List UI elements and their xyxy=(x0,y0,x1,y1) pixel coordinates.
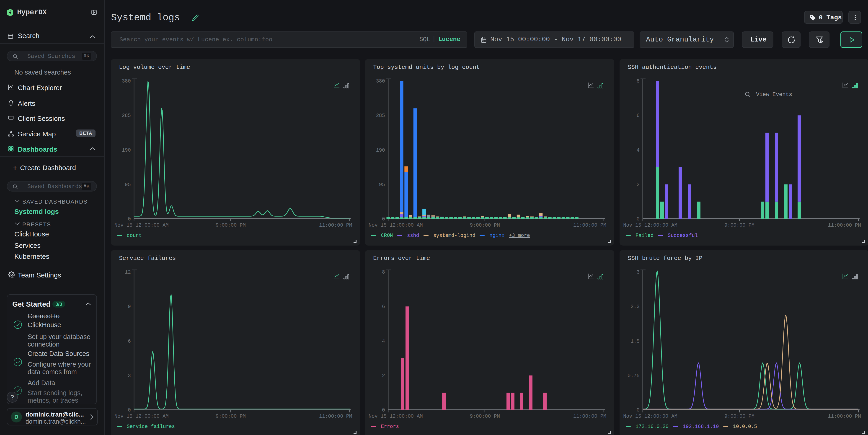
svg-text:95: 95 xyxy=(125,182,131,188)
svg-text:Nov 15 12:00:00 AM: Nov 15 12:00:00 AM xyxy=(369,413,423,419)
svg-text:380: 380 xyxy=(376,79,385,84)
svg-text:Nov 15 12:00:00 AM: Nov 15 12:00:00 AM xyxy=(369,222,423,228)
svg-text:8: 8 xyxy=(637,79,640,84)
svg-text:9:00:00 PM: 9:00:00 PM xyxy=(216,413,246,419)
svg-text:285: 285 xyxy=(122,113,131,119)
svg-text:0: 0 xyxy=(382,407,385,413)
svg-text:0: 0 xyxy=(128,216,131,222)
svg-text:9:00:00 PM: 9:00:00 PM xyxy=(724,413,754,419)
svg-text:6: 6 xyxy=(128,339,131,344)
svg-text:0: 0 xyxy=(382,216,385,222)
svg-text:Nov 15 12:00:00 AM: Nov 15 12:00:00 AM xyxy=(623,413,677,419)
svg-text:8: 8 xyxy=(382,270,385,275)
svg-text:4: 4 xyxy=(637,148,640,153)
svg-text:Nov 15 12:00:00 AM: Nov 15 12:00:00 AM xyxy=(623,222,677,228)
svg-text:6: 6 xyxy=(382,304,385,310)
svg-text:0.75: 0.75 xyxy=(627,373,640,379)
svg-text:3: 3 xyxy=(637,270,640,275)
svg-text:3: 3 xyxy=(128,373,131,379)
svg-text:12: 12 xyxy=(125,270,131,275)
svg-text:9:00:00 PM: 9:00:00 PM xyxy=(216,222,246,228)
svg-text:11:00:00 PM: 11:00:00 PM xyxy=(573,222,606,228)
svg-text:190: 190 xyxy=(122,148,131,153)
svg-text:11:00:00 PM: 11:00:00 PM xyxy=(319,222,352,228)
svg-text:2.3: 2.3 xyxy=(630,304,640,310)
svg-text:0: 0 xyxy=(637,407,640,413)
svg-text:95: 95 xyxy=(379,182,385,188)
svg-text:380: 380 xyxy=(122,79,131,84)
svg-text:190: 190 xyxy=(376,148,385,153)
svg-text:2: 2 xyxy=(382,373,385,379)
svg-text:11:00:00 PM: 11:00:00 PM xyxy=(573,413,606,419)
svg-text:11:00:00 PM: 11:00:00 PM xyxy=(828,222,861,228)
svg-text:11:00:00 PM: 11:00:00 PM xyxy=(828,413,861,419)
svg-text:Nov 15 12:00:00 AM: Nov 15 12:00:00 AM xyxy=(115,413,169,419)
svg-text:11:00:00 PM: 11:00:00 PM xyxy=(319,413,352,419)
svg-text:0: 0 xyxy=(128,407,131,413)
svg-text:4: 4 xyxy=(382,339,385,344)
svg-text:Nov 15 12:00:00 AM: Nov 15 12:00:00 AM xyxy=(115,222,169,228)
svg-text:9:00:00 PM: 9:00:00 PM xyxy=(470,222,500,228)
svg-text:9:00:00 PM: 9:00:00 PM xyxy=(470,413,500,419)
svg-text:2: 2 xyxy=(637,182,640,188)
svg-text:0: 0 xyxy=(637,216,640,222)
svg-text:285: 285 xyxy=(376,113,385,119)
svg-text:6: 6 xyxy=(637,113,640,119)
svg-text:1.5: 1.5 xyxy=(630,339,640,344)
svg-text:9: 9 xyxy=(128,304,131,310)
svg-text:9:00:00 PM: 9:00:00 PM xyxy=(724,222,754,228)
